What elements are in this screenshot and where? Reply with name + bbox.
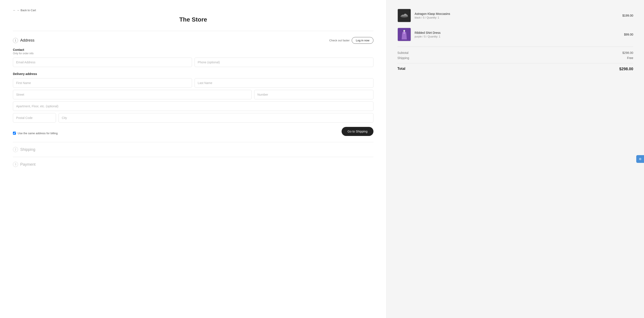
total-label: Total: [397, 67, 405, 71]
number-field: [254, 90, 374, 99]
shoe-image: [398, 9, 411, 22]
last-name-field: [194, 78, 374, 88]
total-row: Total $298.00: [397, 63, 633, 71]
apartment-input[interactable]: [13, 102, 374, 111]
right-panel: Astragon Klasp Moccasins black / S / Qua…: [386, 0, 644, 318]
order-divider: [397, 47, 633, 47]
total-value: $298.00: [619, 67, 633, 71]
order-item-1: Astragon Klasp Moccasins black / S / Qua…: [397, 9, 633, 23]
shipping-section-title: Shipping: [20, 147, 35, 152]
phone-field: [194, 58, 374, 67]
email-input[interactable]: [13, 58, 192, 67]
city-input[interactable]: [58, 113, 374, 123]
first-name-field: [13, 78, 192, 88]
login-row: Check out faster Log in now: [329, 37, 374, 44]
contact-label: Contact: [13, 48, 374, 52]
settings-icon: ⚙: [639, 157, 642, 161]
svg-rect-1: [403, 30, 405, 32]
email-field: [13, 58, 192, 67]
apartment-field: [13, 102, 374, 111]
delivery-label: Delivery address: [13, 72, 374, 76]
left-panel: ← ← Back to Cart The Store 1 Address Che…: [0, 0, 386, 318]
dress-image: [398, 28, 411, 41]
billing-checkbox-row: Use the same address for billing: [13, 132, 58, 135]
address-section-title: Address: [20, 38, 34, 43]
city-field: [58, 113, 374, 123]
address-section: 1 Address Check out faster Log in now Co…: [13, 31, 374, 142]
street-row: [13, 90, 374, 99]
shipping-row: Shipping Free: [397, 56, 633, 60]
item-2-info: Ribbled Shirt Dress purple / S / Quantit…: [414, 31, 620, 38]
item-1-price: $199.00: [622, 14, 633, 17]
address-section-header: 1 Address: [13, 38, 34, 43]
subtotal-row: Subtotal $298.00: [397, 51, 633, 55]
postal-field: [13, 113, 56, 123]
form-footer: Use the same address for billing Go to S…: [13, 127, 374, 136]
apartment-row: [13, 102, 374, 111]
shipping-value: Free: [627, 56, 633, 60]
item-1-name: Astragon Klasp Moccasins: [414, 12, 619, 16]
shipping-label: Shipping: [397, 56, 409, 60]
item-2-variant: purple / S / Quantity: 1: [414, 35, 620, 38]
step-1-number: 1: [13, 38, 18, 43]
number-input[interactable]: [254, 90, 374, 99]
order-summary: Subtotal $298.00 Shipping Free: [397, 51, 633, 60]
name-row: [13, 78, 374, 88]
item-1-image: [397, 9, 411, 23]
login-prompt-text: Check out faster: [329, 39, 350, 42]
postal-city-row: [13, 113, 374, 123]
step-3-number: 3: [13, 162, 18, 167]
shipping-section: 2 Shipping: [13, 142, 374, 157]
go-to-shipping-button[interactable]: Go to Shipping: [342, 127, 374, 136]
back-to-cart-link[interactable]: ← ← Back to Cart: [13, 9, 374, 12]
subtotal-value: $298.00: [622, 51, 633, 55]
order-items: Astragon Klasp Moccasins black / S / Qua…: [397, 9, 633, 41]
billing-same-label[interactable]: Use the same address for billing: [18, 132, 58, 135]
payment-section-title: Payment: [20, 162, 36, 167]
billing-same-checkbox[interactable]: [13, 132, 16, 135]
subtotal-label: Subtotal: [397, 51, 408, 55]
contact-subsection: Contact Only for order info: [13, 48, 374, 67]
step-2-number: 2: [13, 147, 18, 152]
item-2-price: $99.00: [624, 33, 633, 36]
contact-row: [13, 58, 374, 67]
store-title: The Store: [13, 16, 374, 23]
item-2-image: [397, 28, 411, 41]
action-row: Go to Shipping: [342, 127, 374, 136]
login-button[interactable]: Log in now: [352, 37, 374, 44]
street-input[interactable]: [13, 90, 252, 99]
street-field: [13, 90, 252, 99]
last-name-input[interactable]: [194, 78, 374, 88]
back-to-cart-label: ← Back to Cart: [17, 9, 36, 12]
back-arrow-icon: ←: [13, 9, 16, 12]
settings-fab[interactable]: ⚙: [636, 155, 644, 163]
phone-input[interactable]: [194, 58, 374, 67]
first-name-input[interactable]: [13, 78, 192, 88]
postal-input[interactable]: [13, 113, 56, 123]
item-2-name: Ribbled Shirt Dress: [414, 31, 620, 35]
order-item-2: Ribbled Shirt Dress purple / S / Quantit…: [397, 28, 633, 41]
item-1-info: Astragon Klasp Moccasins black / S / Qua…: [414, 12, 619, 19]
delivery-address-subsection: Delivery address: [13, 72, 374, 123]
payment-section: 3 Payment: [13, 157, 374, 172]
svg-rect-2: [403, 32, 405, 34]
contact-sublabel: Only for order info: [13, 52, 374, 55]
item-1-variant: black / S / Quantity: 1: [414, 16, 619, 19]
